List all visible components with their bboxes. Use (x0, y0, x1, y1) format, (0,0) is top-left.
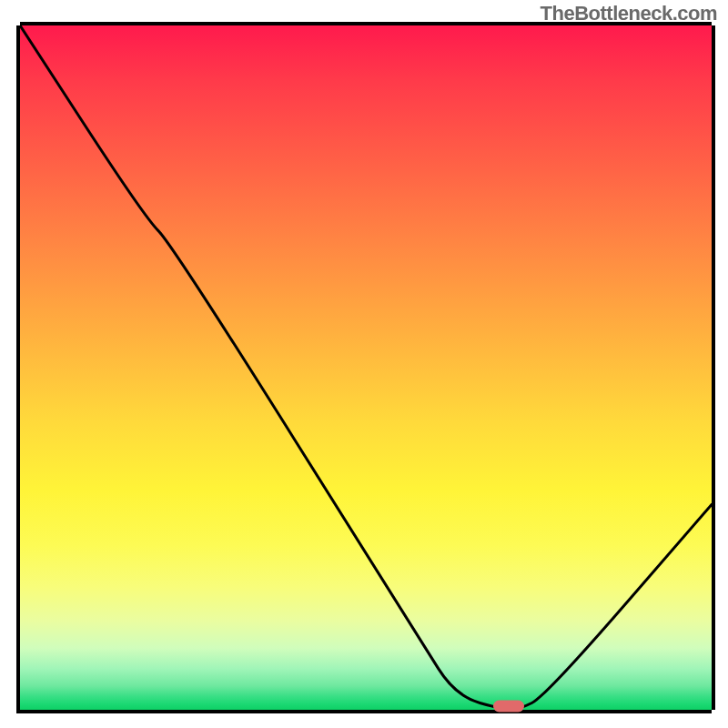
chart-frame (16, 25, 712, 713)
watermark-text: TheBottleneck.com (541, 2, 717, 25)
bottleneck-curve (20, 25, 712, 710)
optimal-marker (493, 701, 524, 713)
